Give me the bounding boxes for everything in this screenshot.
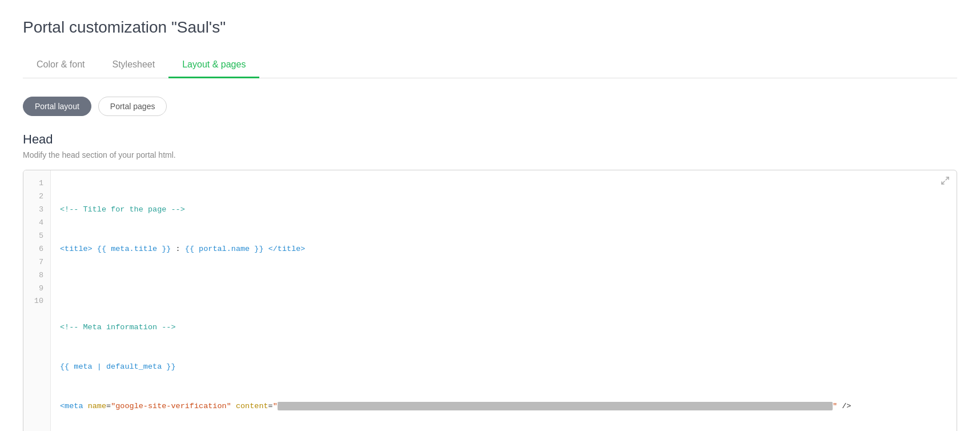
code-line-5: {{ meta | default_meta }} xyxy=(60,361,947,374)
code-content[interactable]: <!-- Title for the page --> <title> {{ m… xyxy=(51,170,957,431)
code-line-6: <meta name="google-site-verification" co… xyxy=(60,400,947,413)
tab-stylesheet[interactable]: Stylesheet xyxy=(98,53,168,78)
page-title: Portal customization "Saul's" xyxy=(23,18,957,37)
code-editor[interactable]: 1 2 3 4 5 6 7 8 9 10 <!-- Title for the … xyxy=(23,170,957,431)
code-editor-wrapper: 1 2 3 4 5 6 7 8 9 10 <!-- Title for the … xyxy=(23,170,957,431)
tabs-container: Color & font Stylesheet Layout & pages xyxy=(23,53,957,78)
code-line-3 xyxy=(60,282,947,296)
tab-color-font[interactable]: Color & font xyxy=(23,53,98,78)
code-line-4: <!-- Meta information --> xyxy=(60,321,947,334)
code-line-1: <!-- Title for the page --> xyxy=(60,203,947,217)
sub-tab-portal-layout[interactable]: Portal layout xyxy=(23,97,91,116)
section-description: Modify the head section of your portal h… xyxy=(23,150,957,159)
tab-layout-pages[interactable]: Layout & pages xyxy=(168,53,259,78)
code-line-2: <title> {{ meta.title }} : {{ portal.nam… xyxy=(60,243,947,256)
expand-icon[interactable] xyxy=(941,176,950,187)
sub-tabs-container: Portal layout Portal pages xyxy=(23,97,957,116)
section-title: Head xyxy=(23,132,957,147)
line-numbers: 1 2 3 4 5 6 7 8 9 10 xyxy=(23,170,51,431)
sub-tab-portal-pages[interactable]: Portal pages xyxy=(98,97,167,116)
page-container: Portal customization "Saul's" Color & fo… xyxy=(0,0,980,431)
